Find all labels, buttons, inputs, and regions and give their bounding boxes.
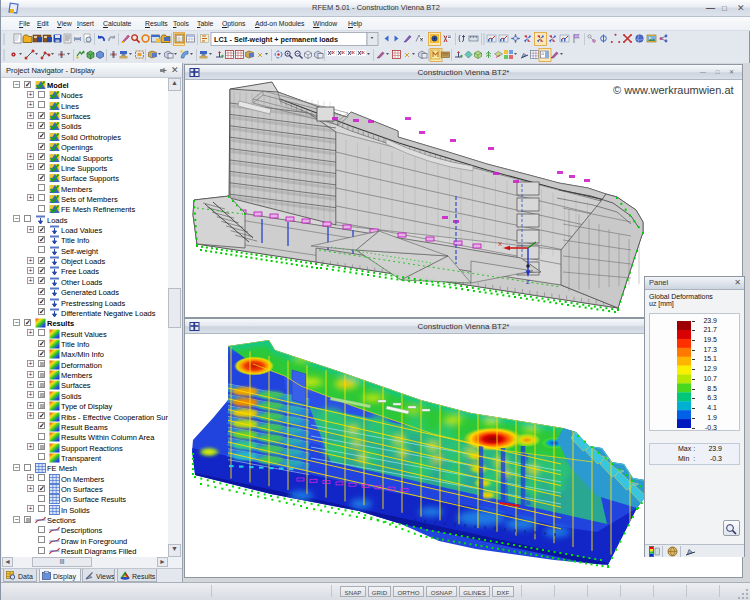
svg-text:Z: Z: [526, 279, 530, 285]
svg-text:X: X: [498, 241, 502, 247]
svg-text:LC1 - Self-weight + permanent: LC1 - Self-weight + permanent loads: [214, 35, 338, 44]
